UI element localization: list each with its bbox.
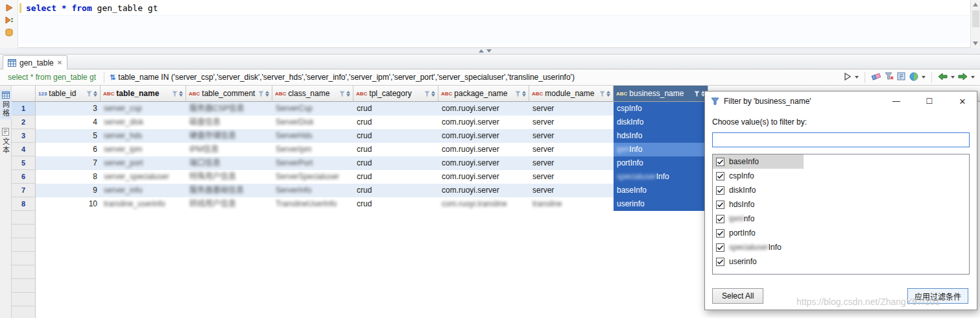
column-sort-icon[interactable] <box>179 91 183 97</box>
close-button[interactable]: ✕ <box>948 92 977 111</box>
checkbox[interactable] <box>716 258 724 266</box>
cell-business-name[interactable]: diskInfo <box>614 116 708 129</box>
row-number-empty[interactable] <box>12 306 36 318</box>
cell-package-name[interactable]: com.ruoyi.server <box>438 102 529 116</box>
cell-class-name[interactable]: ServerCsp <box>272 102 353 116</box>
row-number[interactable]: 3 <box>12 129 36 143</box>
cell-table-id[interactable]: 4 <box>36 116 101 129</box>
row-number-empty[interactable] <box>12 238 36 252</box>
cell-package-name[interactable]: com.ruoyi.server <box>438 170 529 184</box>
explain-plan-icon[interactable] <box>5 28 14 37</box>
row-number[interactable]: 6 <box>12 170 36 184</box>
column-filter-icon[interactable] <box>339 91 350 97</box>
cell-module-name[interactable]: transline <box>529 197 614 211</box>
collapse-down-icon[interactable] <box>486 49 492 53</box>
collapse-up-icon[interactable] <box>479 49 484 53</box>
column-sort-icon[interactable] <box>606 91 610 97</box>
checkbox[interactable] <box>716 158 724 166</box>
row-number[interactable]: 5 <box>12 156 36 170</box>
column-filter-icon[interactable] <box>424 91 435 97</box>
fetch-next-icon[interactable] <box>958 73 968 82</box>
remove-filter-icon[interactable] <box>885 72 894 82</box>
editor-results-splitter[interactable] <box>0 48 980 55</box>
fetch-previous-icon[interactable] <box>938 73 948 82</box>
column-header-tpl_category[interactable]: ABCtpl_category <box>353 86 438 102</box>
column-header-class_name[interactable]: ABCclass_name <box>272 86 353 102</box>
cell-table-name[interactable]: server_info <box>101 184 186 197</box>
cell-table-name[interactable]: server_csp <box>101 102 186 116</box>
apply-filter-icon[interactable] <box>844 73 852 82</box>
cell-class-name[interactable]: ServerHds <box>272 129 353 143</box>
row-number[interactable]: 2 <box>12 116 36 129</box>
cell-class-name[interactable]: ServerDisk <box>272 116 353 129</box>
checkbox[interactable] <box>716 229 724 238</box>
cell-tpl-category[interactable]: crud <box>353 184 438 197</box>
column-sort-icon[interactable] <box>431 91 435 97</box>
cell-package-name[interactable]: com.ruoyi.server <box>438 116 529 129</box>
column-header-table_name[interactable]: ABCtable_name <box>101 86 186 102</box>
cell-module-name[interactable]: server <box>529 102 614 116</box>
filter-value-item[interactable]: baseInfo <box>713 154 969 169</box>
tab-close-icon[interactable]: ✕ <box>57 60 62 66</box>
cell-table-comment[interactable]: 服务器CSP信息 <box>186 102 272 116</box>
cell-table-id[interactable]: 10 <box>36 197 101 211</box>
column-header-table_comment[interactable]: ABCtable_comment <box>186 86 272 102</box>
column-header-module_name[interactable]: ABCmodule_name <box>529 86 614 102</box>
column-filter-icon[interactable] <box>172 91 183 97</box>
cell-table-name[interactable]: transline_userinfo <box>101 197 186 211</box>
cell-tpl-category[interactable]: crud <box>353 170 438 184</box>
column-filter-icon[interactable] <box>86 91 97 97</box>
grid-corner-cell[interactable] <box>12 86 36 102</box>
maximize-button[interactable]: ☐ <box>915 92 944 111</box>
tab-gen-table[interactable]: gen_table ✕ <box>3 55 67 69</box>
row-number[interactable]: 7 <box>12 184 36 197</box>
splitter-grip[interactable] <box>479 49 492 53</box>
cell-table-id[interactable]: 7 <box>36 156 101 170</box>
view-tab-text[interactable]: 文本 <box>0 126 12 156</box>
cell-table-id[interactable]: 3 <box>36 102 101 116</box>
cell-module-name[interactable]: server <box>529 116 614 129</box>
cell-tpl-category[interactable]: crud <box>353 102 438 116</box>
row-number-empty[interactable] <box>12 265 36 279</box>
filter-value-item[interactable]: specialuserInfo <box>713 240 969 254</box>
row-number-empty[interactable] <box>12 293 36 306</box>
filter-value-input[interactable] <box>712 132 970 147</box>
save-filter-icon[interactable] <box>897 72 906 82</box>
column-filter-icon[interactable] <box>515 91 526 97</box>
column-filter-icon[interactable] <box>599 91 610 97</box>
row-number[interactable]: 8 <box>12 197 36 211</box>
filter-value-item[interactable]: cspInfo <box>713 169 969 183</box>
scroll-thumb[interactable] <box>972 10 979 27</box>
cell-business-name[interactable]: ipmInfo <box>614 143 708 156</box>
cell-table-name[interactable]: server_specialuser <box>101 170 186 184</box>
filter-expression-input[interactable]: table_name IN ('server_csp','server_disk… <box>118 73 844 82</box>
cell-table-comment[interactable]: 硬盘存储信息 <box>186 129 272 143</box>
cell-tpl-category[interactable]: crud <box>353 116 438 129</box>
filter-value-item[interactable]: userinfo <box>713 254 969 269</box>
panels-dropdown-icon[interactable] <box>922 76 926 79</box>
custom-filter-icon[interactable]: ⇅ <box>110 73 115 82</box>
dialog-titlebar[interactable]: Filter by 'business_name' — ☐ ✕ <box>705 92 977 111</box>
checkbox[interactable] <box>716 215 724 223</box>
cell-module-name[interactable]: server <box>529 184 614 197</box>
column-header-business_name[interactable]: ABCbusiness_name <box>614 86 708 102</box>
view-tab-grid[interactable]: 网格 <box>0 90 12 119</box>
column-filter-icon[interactable] <box>258 91 269 97</box>
checkbox[interactable] <box>716 243 724 252</box>
scroll-down-icon[interactable] <box>973 42 978 45</box>
run-statement-icon[interactable] <box>5 3 14 12</box>
cell-module-name[interactable]: server <box>529 156 614 170</box>
filter-value-item[interactable]: hdsInfo <box>713 197 969 212</box>
minimize-button[interactable]: — <box>882 92 911 111</box>
cell-class-name[interactable]: ServerInfo <box>272 184 353 197</box>
row-number-empty[interactable] <box>12 211 36 225</box>
cell-table-name[interactable]: server_hds <box>101 129 186 143</box>
cell-package-name[interactable]: com.ruoyi.server <box>438 129 529 143</box>
cell-table-id[interactable]: 6 <box>36 143 101 156</box>
cell-business-name[interactable]: specialuserInfo <box>614 170 708 184</box>
cell-table-comment[interactable]: 服务器基础信息 <box>186 184 272 197</box>
row-number-empty[interactable] <box>12 252 36 265</box>
select-all-button[interactable]: Select All <box>712 288 763 304</box>
column-filter-icon[interactable] <box>694 91 705 97</box>
editor-scrollbar[interactable] <box>970 0 980 48</box>
